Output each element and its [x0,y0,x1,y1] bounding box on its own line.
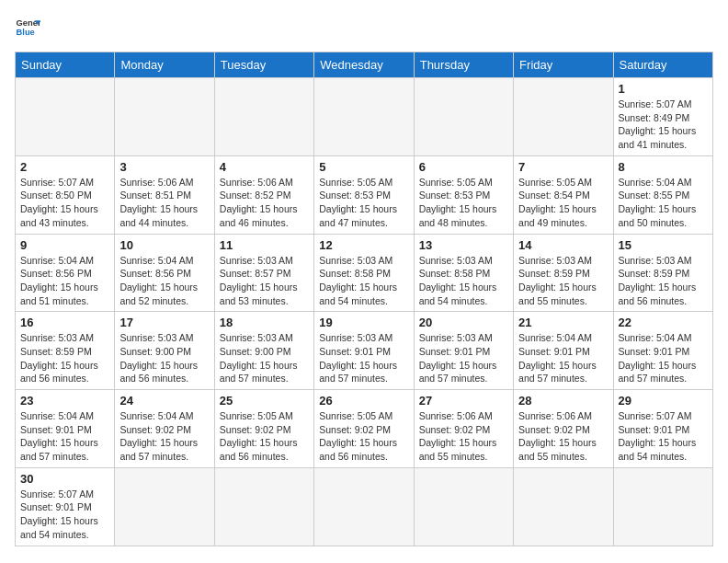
calendar-cell: 18Sunrise: 5:03 AM Sunset: 9:00 PM Dayli… [214,312,313,390]
calendar-cell [16,78,115,156]
day-number: 13 [419,238,508,252]
day-number: 9 [20,238,109,252]
day-number: 3 [119,160,209,174]
svg-text:Blue: Blue [17,28,35,37]
day-info: Sunrise: 5:06 AM Sunset: 9:02 PM Dayligh… [518,409,608,464]
day-number: 11 [220,238,309,252]
calendar-week-4: 16Sunrise: 5:03 AM Sunset: 8:59 PM Dayli… [16,312,713,390]
calendar-cell: 6Sunrise: 5:05 AM Sunset: 8:53 PM Daylig… [414,155,513,234]
calendar-week-3: 9Sunrise: 5:04 AM Sunset: 8:56 PM Daylig… [16,234,713,312]
calendar-cell: 4Sunrise: 5:06 AM Sunset: 8:52 PM Daylig… [214,155,313,234]
calendar-cell: 30Sunrise: 5:07 AM Sunset: 9:01 PM Dayli… [16,467,115,546]
day-info: Sunrise: 5:04 AM Sunset: 8:56 PM Dayligh… [20,254,109,308]
day-info: Sunrise: 5:04 AM Sunset: 9:01 PM Dayligh… [518,331,608,385]
calendar-week-2: 2Sunrise: 5:07 AM Sunset: 8:50 PM Daylig… [16,155,713,234]
calendar-cell: 15Sunrise: 5:03 AM Sunset: 8:59 PM Dayli… [613,234,712,312]
calendar-cell [414,78,513,156]
day-info: Sunrise: 5:03 AM Sunset: 9:01 PM Dayligh… [419,331,508,385]
day-header-sunday: Sunday [16,52,115,78]
calendar-week-1: 1Sunrise: 5:07 AM Sunset: 8:49 PM Daylig… [16,78,713,156]
day-number: 1 [619,82,708,96]
logo: General Blue [15,15,44,40]
day-info: Sunrise: 5:03 AM Sunset: 8:57 PM Dayligh… [220,254,309,308]
day-number: 2 [20,160,109,174]
day-number: 16 [20,316,109,329]
day-info: Sunrise: 5:03 AM Sunset: 8:59 PM Dayligh… [20,331,109,385]
day-info: Sunrise: 5:07 AM Sunset: 8:50 PM Dayligh… [20,176,109,230]
calendar-cell: 7Sunrise: 5:05 AM Sunset: 8:54 PM Daylig… [514,155,613,234]
calendar-cell: 22Sunrise: 5:04 AM Sunset: 9:01 PM Dayli… [613,312,712,390]
calendar-cell: 21Sunrise: 5:04 AM Sunset: 9:01 PM Dayli… [514,312,613,390]
day-number: 8 [619,160,708,174]
day-number: 18 [220,316,309,329]
day-info: Sunrise: 5:06 AM Sunset: 9:02 PM Dayligh… [419,409,508,464]
day-info: Sunrise: 5:03 AM Sunset: 9:00 PM Dayligh… [220,331,309,385]
calendar-cell: 10Sunrise: 5:04 AM Sunset: 8:56 PM Dayli… [115,234,214,312]
day-number: 22 [619,316,708,329]
calendar-cell [314,467,414,546]
day-number: 17 [119,316,209,329]
calendar-cell: 28Sunrise: 5:06 AM Sunset: 9:02 PM Dayli… [514,390,613,468]
calendar-cell: 16Sunrise: 5:03 AM Sunset: 8:59 PM Dayli… [16,312,115,390]
day-info: Sunrise: 5:05 AM Sunset: 8:53 PM Dayligh… [419,176,508,230]
day-number: 15 [619,238,708,252]
day-info: Sunrise: 5:06 AM Sunset: 8:52 PM Dayligh… [220,176,309,230]
calendar-cell: 9Sunrise: 5:04 AM Sunset: 8:56 PM Daylig… [16,234,115,312]
calendar-cell: 11Sunrise: 5:03 AM Sunset: 8:57 PM Dayli… [214,234,313,312]
calendar-cell: 19Sunrise: 5:03 AM Sunset: 9:01 PM Dayli… [314,312,414,390]
calendar-cell: 26Sunrise: 5:05 AM Sunset: 9:02 PM Dayli… [314,390,414,468]
day-number: 20 [419,316,508,329]
calendar-cell [613,467,712,546]
header: General Blue [15,15,713,40]
day-number: 6 [419,160,508,174]
day-header-friday: Friday [514,52,613,78]
day-number: 7 [518,160,608,174]
calendar-cell [314,78,414,156]
day-info: Sunrise: 5:04 AM Sunset: 8:55 PM Dayligh… [619,176,708,230]
day-info: Sunrise: 5:04 AM Sunset: 9:01 PM Dayligh… [20,409,109,464]
day-info: Sunrise: 5:05 AM Sunset: 9:02 PM Dayligh… [319,409,408,464]
calendar-cell: 25Sunrise: 5:05 AM Sunset: 9:02 PM Dayli… [214,390,313,468]
day-number: 10 [119,238,209,252]
calendar-cell: 8Sunrise: 5:04 AM Sunset: 8:55 PM Daylig… [613,155,712,234]
day-number: 21 [518,316,608,329]
day-header-wednesday: Wednesday [314,52,414,78]
calendar-week-5: 23Sunrise: 5:04 AM Sunset: 9:01 PM Dayli… [16,390,713,468]
day-number: 30 [20,472,109,486]
day-info: Sunrise: 5:07 AM Sunset: 9:01 PM Dayligh… [20,488,109,542]
days-header-row: SundayMondayTuesdayWednesdayThursdayFrid… [16,52,713,78]
day-number: 14 [518,238,608,252]
day-info: Sunrise: 5:03 AM Sunset: 8:58 PM Dayligh… [419,254,508,308]
day-number: 4 [220,160,309,174]
calendar-cell: 12Sunrise: 5:03 AM Sunset: 8:58 PM Dayli… [314,234,414,312]
day-info: Sunrise: 5:04 AM Sunset: 9:01 PM Dayligh… [619,331,708,385]
day-number: 29 [619,394,708,408]
calendar-cell: 17Sunrise: 5:03 AM Sunset: 9:00 PM Dayli… [115,312,214,390]
calendar-week-6: 30Sunrise: 5:07 AM Sunset: 9:01 PM Dayli… [16,467,713,546]
calendar-cell: 24Sunrise: 5:04 AM Sunset: 9:02 PM Dayli… [115,390,214,468]
day-number: 12 [319,238,408,252]
calendar-cell [414,467,513,546]
day-header-saturday: Saturday [613,52,712,78]
calendar-table: SundayMondayTuesdayWednesdayThursdayFrid… [15,52,713,546]
calendar-cell [115,78,214,156]
day-number: 25 [220,394,309,408]
day-info: Sunrise: 5:05 AM Sunset: 8:53 PM Dayligh… [319,176,408,230]
calendar-cell: 2Sunrise: 5:07 AM Sunset: 8:50 PM Daylig… [16,155,115,234]
calendar-cell: 5Sunrise: 5:05 AM Sunset: 8:53 PM Daylig… [314,155,414,234]
day-info: Sunrise: 5:06 AM Sunset: 8:51 PM Dayligh… [119,176,209,230]
day-info: Sunrise: 5:05 AM Sunset: 9:02 PM Dayligh… [220,409,309,464]
calendar-cell: 13Sunrise: 5:03 AM Sunset: 8:58 PM Dayli… [414,234,513,312]
calendar-cell [514,467,613,546]
day-info: Sunrise: 5:03 AM Sunset: 8:58 PM Dayligh… [319,254,408,308]
calendar-cell: 23Sunrise: 5:04 AM Sunset: 9:01 PM Dayli… [16,390,115,468]
calendar-cell: 29Sunrise: 5:07 AM Sunset: 9:01 PM Dayli… [613,390,712,468]
day-info: Sunrise: 5:07 AM Sunset: 9:01 PM Dayligh… [619,409,708,464]
logo-icon: General Blue [15,15,40,40]
day-info: Sunrise: 5:03 AM Sunset: 9:01 PM Dayligh… [319,331,408,385]
day-info: Sunrise: 5:03 AM Sunset: 8:59 PM Dayligh… [518,254,608,308]
day-header-thursday: Thursday [414,52,513,78]
calendar-cell: 14Sunrise: 5:03 AM Sunset: 8:59 PM Dayli… [514,234,613,312]
calendar-cell [214,78,313,156]
day-info: Sunrise: 5:04 AM Sunset: 8:56 PM Dayligh… [119,254,209,308]
